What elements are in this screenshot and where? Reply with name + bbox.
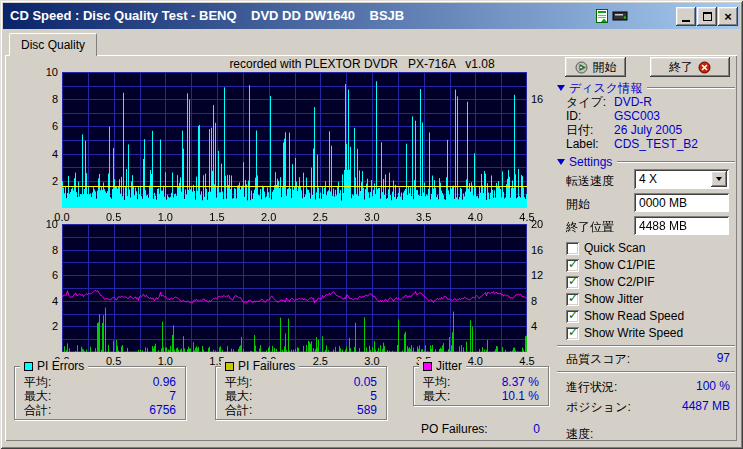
stat-label: 最大:	[225, 390, 252, 403]
stat-label: 平均:	[225, 376, 252, 389]
position-row: ポジション: 4487 MB	[566, 399, 730, 416]
exit-button[interactable]: 終了	[650, 57, 730, 77]
settings-header-label: Settings	[569, 155, 612, 169]
checkbox-quick-scan[interactable]: ✓ Quick Scan	[566, 241, 645, 255]
disc-id-label: ID:	[566, 110, 581, 123]
jitter-color-swatch	[423, 362, 432, 371]
y-axis-tick-left: 8	[20, 93, 58, 105]
chevron-down-glyph	[716, 177, 722, 181]
disc-type-label: タイプ:	[566, 96, 606, 109]
checkbox-label: Show Read Speed	[584, 309, 684, 323]
minimize-button[interactable]	[676, 7, 696, 26]
y-axis-tick-left: 8	[20, 244, 58, 256]
pi-errors-color-swatch	[24, 362, 33, 371]
stat-row: 最大:10.1 %	[423, 390, 539, 403]
stat-label: 平均:	[423, 376, 450, 389]
speed-select[interactable]: 4 X	[634, 169, 729, 189]
quality-score-value: 97	[717, 351, 730, 368]
pi-failures-jitter-chart	[62, 224, 527, 352]
close-button[interactable]: ×	[718, 7, 738, 26]
pi-failures-legend: PI Failures	[221, 359, 299, 373]
start-button[interactable]: 開始	[565, 57, 626, 77]
start-position-input[interactable]	[634, 193, 729, 212]
section-arrow-icon	[557, 85, 565, 91]
end-position-label: 終了位置	[566, 219, 614, 236]
checkbox-label: Quick Scan	[584, 241, 645, 255]
stat-row: 合計:589	[225, 404, 377, 417]
stat-label: 合計:	[24, 404, 51, 417]
titlebar-app-icon-2[interactable]	[612, 8, 628, 24]
checkbox-label: Show Write Speed	[584, 326, 683, 340]
disc-date-value: 26 July 2005	[614, 124, 682, 137]
y-axis-tick-left: 2	[20, 175, 58, 187]
drive-icon	[612, 8, 628, 24]
document-disc-icon	[594, 8, 610, 24]
checkbox-show-c2-pif[interactable]: ✓ Show C2/PIF	[566, 275, 655, 289]
quality-score-label: 品質スコア:	[566, 351, 630, 368]
stat-value: 8.37 %	[502, 376, 539, 389]
x-axis-tick: 1.0	[150, 211, 180, 223]
window-title: CD Speed : Disc Quality Test - BENQ DVD …	[10, 3, 404, 29]
checkbox-show-write-speed[interactable]: ✓ Show Write Speed	[566, 326, 683, 340]
stat-value: 589	[357, 404, 377, 417]
checkbox-show-jitter[interactable]: ✓ Show Jitter	[566, 292, 643, 306]
y-axis-tick-right: 4	[531, 320, 561, 332]
x-axis-tick: 2.5	[305, 211, 335, 223]
y-axis-tick-left: 4	[20, 295, 58, 307]
stat-row: 最大:7	[24, 390, 176, 403]
disc-label-label: Label:	[566, 138, 599, 151]
y-axis-tick-left: 10	[20, 218, 58, 230]
disc-info-header-label: ディスク情報	[569, 80, 642, 97]
jitter-legend: Jitter	[419, 359, 466, 373]
disc-type-value: DVD-R	[614, 96, 652, 109]
cd-speed-window: CD Speed : Disc Quality Test - BENQ DVD …	[0, 0, 743, 449]
start-position-label: 開始	[566, 196, 590, 213]
tab-disc-quality[interactable]: Disc Quality	[9, 33, 97, 56]
po-failures-value: 0	[533, 422, 540, 436]
pi-failures-legend-label: PI Failures	[238, 359, 295, 373]
stat-value: 7	[169, 390, 176, 403]
checkbox-show-c1-pie[interactable]: ✓ Show C1/PIE	[566, 258, 655, 272]
checkbox-label: Show C2/PIF	[584, 275, 655, 289]
end-position-input[interactable]	[634, 216, 729, 235]
settings-header: Settings	[557, 155, 735, 169]
stat-label: 平均:	[24, 376, 51, 389]
disc-label-value: CDS_TEST_B2	[614, 138, 698, 151]
po-failures-label: PO Failures:	[421, 422, 488, 436]
maximize-icon	[703, 12, 712, 21]
stat-label: 合計:	[225, 404, 252, 417]
x-axis-tick: 0.5	[99, 211, 129, 223]
stat-row: 平均:8.37 %	[423, 376, 539, 389]
position-value: 4487 MB	[682, 399, 730, 416]
section-divider-line	[617, 161, 735, 163]
divider	[557, 345, 735, 347]
minimize-icon	[682, 20, 690, 22]
stat-value: 10.1 %	[502, 390, 539, 403]
check-icon: ✓	[568, 274, 578, 288]
disc-info-header: ディスク情報	[557, 81, 735, 95]
chevron-down-icon[interactable]	[711, 171, 727, 187]
tab-label: Disc Quality	[21, 38, 85, 52]
check-icon: ✓	[568, 325, 578, 339]
stat-label: 最大:	[423, 390, 450, 403]
disc-date-label: 日付:	[566, 124, 593, 137]
checkbox-box: ✓	[566, 259, 579, 272]
section-arrow-icon	[557, 159, 565, 165]
check-icon: ✓	[568, 257, 578, 271]
progress-label: 進行状況:	[566, 379, 617, 396]
close-icon: ×	[724, 10, 732, 23]
x-axis-tick: 1.5	[202, 211, 232, 223]
maximize-button[interactable]	[697, 7, 717, 26]
checkbox-label: Show Jitter	[584, 292, 643, 306]
progress-value: 100 %	[696, 379, 730, 396]
check-icon: ✓	[568, 308, 578, 322]
disc-type-row: タイプ: DVD-R	[566, 96, 738, 109]
checkbox-show-read-speed[interactable]: ✓ Show Read Speed	[566, 309, 684, 323]
speed-row: 速度:	[566, 426, 730, 443]
titlebar-app-icon-1[interactable]	[594, 8, 610, 24]
stat-row: 合計:6756	[24, 404, 176, 417]
y-axis-tick-right: 8	[531, 295, 561, 307]
checkbox-label: Show C1/PIE	[584, 258, 655, 272]
titlebar[interactable]: CD Speed : Disc Quality Test - BENQ DVD …	[3, 3, 740, 29]
pi-errors-legend-label: PI Errors	[37, 359, 84, 373]
